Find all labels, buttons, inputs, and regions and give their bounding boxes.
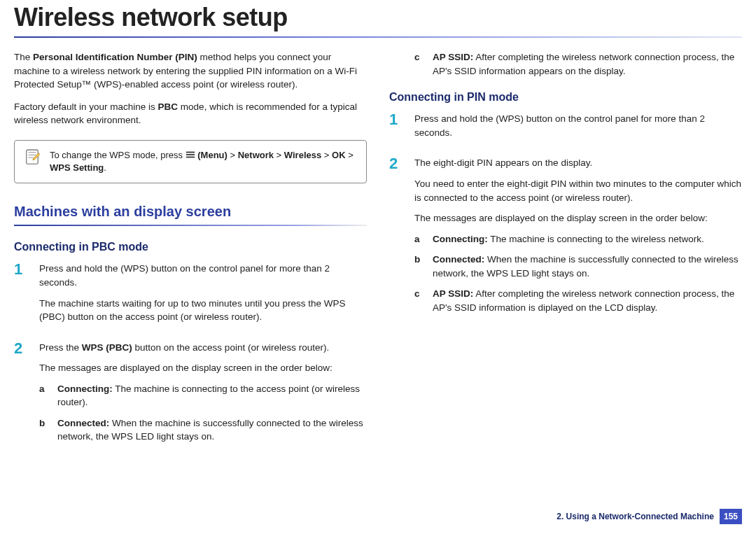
substep-text: AP SSID: After completing the wireless n… <box>433 287 742 314</box>
note-wireless: Wireless <box>284 150 321 160</box>
step-text: The machine starts waiting for up to two… <box>39 297 367 324</box>
step-text: Press and hold the (WPS) button on the c… <box>414 112 742 139</box>
note-network: Network <box>238 150 274 160</box>
page-footer: 2. Using a Network-Connected Machine 155 <box>556 509 742 524</box>
step-text: The eight-digit PIN appears on the displ… <box>414 156 742 170</box>
text-bold-pin: Personal Identification Number (PIN) <box>33 52 197 62</box>
section-divider <box>14 225 367 226</box>
note-period: . <box>104 162 106 173</box>
substep-key: c <box>414 50 424 78</box>
page: Wireless network setup The Personal Iden… <box>0 3 756 461</box>
note-text-pre: To change the WPS mode, press <box>50 150 186 160</box>
text-bold-pbc: PBC <box>158 101 178 112</box>
text-span: Factory default in your machine is <box>14 101 158 112</box>
note-gt: > <box>321 150 332 160</box>
text-span: After completing the wireless network co… <box>433 288 734 313</box>
pbc-steps: 1 Press and hold the (WPS) button on the… <box>14 262 367 451</box>
note-gt: > <box>274 150 284 160</box>
substep-key: a <box>414 232 424 246</box>
intro-paragraph-2: Factory default in your machine is PBC m… <box>14 100 367 127</box>
step-body: The eight-digit PIN appears on the displ… <box>414 156 742 321</box>
footer-chapter-label: 2. Using a Network-Connected Machine <box>556 512 714 521</box>
note-pencil-icon <box>24 149 40 167</box>
step-text: Press and hold the (WPS) button on the c… <box>39 262 367 289</box>
text-span: The machine is connecting to the wireles… <box>488 234 704 244</box>
text-bold: AP SSID: <box>433 52 473 62</box>
text-span: The <box>14 52 33 62</box>
text-bold: Connected: <box>433 254 484 265</box>
two-column-layout: The Personal Identification Number (PIN)… <box>14 50 742 461</box>
intro-paragraph-1: The Personal Identification Number (PIN)… <box>14 50 367 92</box>
subheading-pin: Connecting in PIN mode <box>389 89 742 105</box>
substep-c: c AP SSID: After completing the wireless… <box>414 287 742 314</box>
step-number: 1 <box>389 112 405 146</box>
svg-rect-3 <box>186 156 195 157</box>
step-number: 2 <box>389 156 405 321</box>
note-gt: > <box>346 150 354 160</box>
note-wps-setting: WPS Setting <box>50 162 104 173</box>
step-body: Press the WPS (PBC) button on the access… <box>39 341 367 451</box>
text-bold: WPS (PBC) <box>82 342 132 353</box>
text-span: After completing the wireless network co… <box>433 52 734 76</box>
substep-c: c AP SSID: After completing the wireless… <box>414 50 742 78</box>
pbc-step-1: 1 Press and hold the (WPS) button on the… <box>14 262 367 330</box>
pbc-continuation: c AP SSID: After completing the wireless… <box>414 50 742 78</box>
pin-step-2: 2 The eight-digit PIN appears on the dis… <box>389 156 742 321</box>
header-divider <box>14 36 742 38</box>
menu-icon <box>186 150 195 160</box>
page-number-badge: 155 <box>720 509 742 524</box>
left-column: The Personal Identification Number (PIN)… <box>14 50 367 461</box>
text-span: button on the access point (or wireless … <box>132 342 329 353</box>
note-ok: OK <box>332 150 346 160</box>
step-number: 1 <box>14 262 29 330</box>
pin-steps: 1 Press and hold the (WPS) button on the… <box>389 112 742 321</box>
substep-key: b <box>39 416 49 444</box>
substep-text: Connecting: The machine is connecting to… <box>433 232 742 246</box>
substep-key: a <box>39 382 49 409</box>
text-bold: Connecting: <box>433 234 488 244</box>
substep-b: b Connected: When the machine is success… <box>414 253 742 280</box>
step-text: The messages are displayed on the displa… <box>414 211 742 225</box>
svg-rect-1 <box>186 151 195 153</box>
step-body: Press and hold the (WPS) button on the c… <box>39 262 367 330</box>
substep-key: b <box>414 253 424 280</box>
pin-step-1: 1 Press and hold the (WPS) button on the… <box>389 112 742 146</box>
substep-b: b Connected: When the machine is success… <box>39 416 367 444</box>
pbc-step-2: 2 Press the WPS (PBC) button on the acce… <box>14 341 367 451</box>
text-bold: AP SSID: <box>433 288 473 299</box>
substep-a: a Connecting: The machine is connecting … <box>414 232 742 246</box>
text-bold: Connected: <box>57 418 109 428</box>
step-body: Press and hold the (WPS) button on the c… <box>414 112 742 146</box>
page-title: Wireless network setup <box>14 3 742 32</box>
section-heading-machines: Machines with an display screen <box>14 202 367 222</box>
step-text: You need to enter the eight-digit PIN wi… <box>414 177 742 204</box>
substep-text: AP SSID: After completing the wireless n… <box>433 50 742 78</box>
substep-text: Connected: When the machine is successfu… <box>433 253 742 280</box>
note-menu-label: (Menu) <box>195 150 227 160</box>
text-bold: Connecting: <box>57 384 113 394</box>
step-number: 2 <box>14 341 29 451</box>
svg-rect-2 <box>186 154 195 155</box>
subheading-pbc: Connecting in PBC mode <box>14 239 367 255</box>
step-text: Press the WPS (PBC) button on the access… <box>39 341 367 355</box>
substep-a: a Connecting: The machine is connecting … <box>39 382 367 409</box>
step-text: The messages are displayed on the displa… <box>39 361 367 375</box>
substep-key: c <box>414 287 424 314</box>
substep-text: Connected: When the machine is successfu… <box>57 416 367 444</box>
note-gt: > <box>227 150 238 160</box>
right-column: c AP SSID: After completing the wireless… <box>389 50 742 461</box>
note-box: To change the WPS mode, press (Menu) > N… <box>14 140 367 183</box>
substep-text: Connecting: The machine is connecting to… <box>57 382 367 409</box>
text-span: Press the <box>39 342 82 353</box>
